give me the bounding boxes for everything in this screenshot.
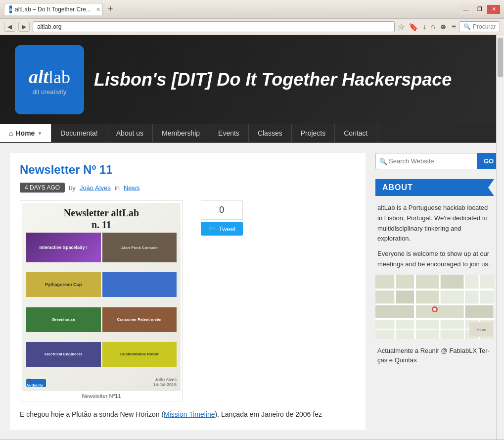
window-controls: — ❐ ✕ (459, 5, 500, 14)
nl-cell-8: Customizable Robot (102, 342, 177, 367)
tab-title: altLab – Do It Together Cre... (15, 6, 91, 13)
location-map[interactable]: fablax (375, 275, 494, 339)
article-title: Newsletter Nº 11 (20, 163, 356, 177)
article-category[interactable]: News (124, 184, 140, 192)
nav-membership[interactable]: Membership (153, 124, 209, 142)
sidebar-search-icon: 🔍 (379, 157, 387, 165)
svg-rect-10 (375, 275, 394, 289)
browser-addressbar: ◀ ▶ altlab.org ☆ 🔖 ↓ ⌂ ☻ ≡ 🔍 Procurar (0, 19, 504, 35)
bookmark-star-icon[interactable]: ☆ (398, 22, 405, 32)
nav-classes-label: Classes (258, 129, 282, 137)
reunir-text: Actualmente a Reunir @ FablabLX Ter-ças … (375, 346, 494, 365)
nl-cell-7: Electrical Engineers (26, 342, 101, 367)
article-date: 4 DAYS AGO (20, 183, 65, 193)
site-title: Lisbon's [DIT] Do It Together Hackerspac… (94, 69, 452, 90)
sidebar-search-input[interactable] (375, 153, 477, 169)
close-button[interactable]: ✕ (487, 5, 500, 14)
sidebar-search-form: 🔍 GO (375, 153, 494, 169)
back-button[interactable]: ◀ (4, 22, 15, 32)
download-icon[interactable]: ↓ (422, 22, 426, 31)
sidebar-about-title: ABOUT (375, 179, 494, 196)
browser-tab[interactable]: a altLab – Do It Together Cre... ✕ (4, 3, 103, 15)
tab-favicon: a (9, 5, 12, 13)
nav-projects[interactable]: Projects (292, 124, 335, 142)
nav-about-label: About us (116, 129, 143, 137)
logo-text: altlab (29, 64, 70, 88)
mission-timeline-link[interactable]: Mission Timeline (164, 410, 215, 418)
nav-events[interactable]: Events (209, 124, 249, 142)
svg-rect-19 (465, 305, 493, 318)
svg-text:fablax: fablax (477, 328, 486, 332)
nav-events-label: Events (218, 129, 239, 137)
article-body: E chegou hoje a Plutão a sonda New Horiz… (20, 409, 356, 420)
home-dropdown-icon: ▼ (37, 131, 42, 136)
browser-search-box[interactable]: 🔍 Procurar (459, 21, 500, 32)
maximize-button[interactable]: ❐ (473, 5, 486, 14)
nl-cell-4 (102, 272, 177, 297)
meta-by: by (69, 184, 76, 192)
bookmark-icon[interactable]: 🔖 (409, 22, 418, 32)
new-tab-button[interactable]: + (106, 4, 115, 14)
nav-contact-label: Contact (344, 129, 367, 137)
svg-rect-18 (416, 305, 463, 318)
tweet-area: 0 🐦 Tweet (201, 200, 243, 236)
site-logo[interactable]: altlab dit creativity (15, 45, 84, 114)
webpage: altlab dit creativity Lisbon's [DIT] Do … (0, 35, 504, 440)
nl-cell-6: Consumer Patent-meter (102, 307, 177, 332)
meta-in: in (115, 184, 120, 192)
svg-point-23 (433, 308, 436, 311)
minimize-button[interactable]: — (459, 5, 472, 14)
toolbar-icons: ☆ 🔖 ↓ ⌂ ☻ ≡ (398, 22, 456, 32)
article-author[interactable]: João Alves (80, 184, 111, 192)
site-header: altlab dit creativity Lisbon's [DIT] Do … (0, 35, 504, 124)
nav-documenta-label: Documenta! (60, 129, 97, 137)
nav-documenta[interactable]: Documenta! (51, 124, 107, 142)
tab-close-button[interactable]: ✕ (96, 6, 100, 13)
scrollbar[interactable] (496, 35, 504, 440)
twitter-icon: 🐦 (208, 225, 216, 233)
nav-contact[interactable]: Contact (335, 124, 377, 142)
newsletter-img-title: Newsletter altLabn. 11 (64, 207, 139, 231)
nl-cell-3: Pythagorean Cup (26, 272, 101, 297)
tweet-label: Tweet (219, 225, 236, 233)
menu-icon[interactable]: ≡ (452, 22, 456, 31)
nav-about[interactable]: About us (107, 124, 153, 142)
newsletter-image: Newsletter altLabn. 11 Interactive Space… (20, 200, 183, 401)
nav-classes[interactable]: Classes (249, 124, 292, 142)
svg-rect-13 (441, 275, 463, 289)
sidebar-search-wrap: 🔍 (375, 153, 477, 169)
site-navigation: ⌂ Home ▼ Documenta! About us Membership … (0, 124, 504, 143)
search-icon: 🔍 (463, 23, 471, 30)
logo-subtext: dit creativity (33, 88, 67, 96)
url-text: altlab.org (37, 23, 61, 30)
account-icon[interactable]: ☻ (439, 22, 448, 31)
home-nav-icon: ⌂ (9, 129, 13, 137)
newsletter-caption: Newsletter Nº11 (22, 393, 181, 399)
newsletter-footer: 🎧 Audacity João Alves14-Jul-2015 (26, 377, 177, 387)
main-content: Newsletter Nº 11 4 DAYS AGO by João Alve… (0, 143, 504, 440)
about-text-1: altLab is a Portuguese hacklab located i… (375, 203, 494, 244)
svg-rect-16 (416, 291, 439, 303)
sidebar: 🔍 GO ABOUT altLab is a Portuguese hackla… (375, 153, 494, 430)
svg-rect-11 (396, 275, 414, 289)
svg-rect-15 (396, 291, 414, 303)
nl-cell-5: Greenhouse (26, 307, 101, 332)
nav-membership-label: Membership (162, 129, 200, 137)
nav-home-label: Home (15, 129, 35, 137)
browser-titlebar: a altLab – Do It Together Cre... ✕ + — ❐… (0, 0, 504, 19)
nl-cell-2: Atari Punk Console (102, 233, 177, 262)
content-area: Newsletter Nº 11 4 DAYS AGO by João Alve… (10, 153, 366, 430)
forward-button[interactable]: ▶ (18, 22, 30, 32)
address-bar[interactable]: altlab.org (33, 21, 395, 32)
home-icon[interactable]: ⌂ (430, 22, 435, 31)
scrollbar-thumb[interactable] (498, 38, 503, 77)
tweet-count: 0 (201, 200, 243, 220)
tweet-button[interactable]: 🐦 Tweet (201, 222, 243, 236)
search-placeholder: Procurar (473, 23, 496, 30)
body-text-1: E chegou hoje a Plutão a sonda New Horiz… (20, 410, 164, 418)
svg-rect-12 (416, 275, 439, 289)
nav-projects-label: Projects (301, 129, 326, 137)
nl-cell-1: Interactive Spacelady ! (26, 233, 101, 262)
nav-home[interactable]: ⌂ Home ▼ (0, 124, 51, 142)
article-meta: 4 DAYS AGO by João Alves in News (20, 183, 356, 193)
